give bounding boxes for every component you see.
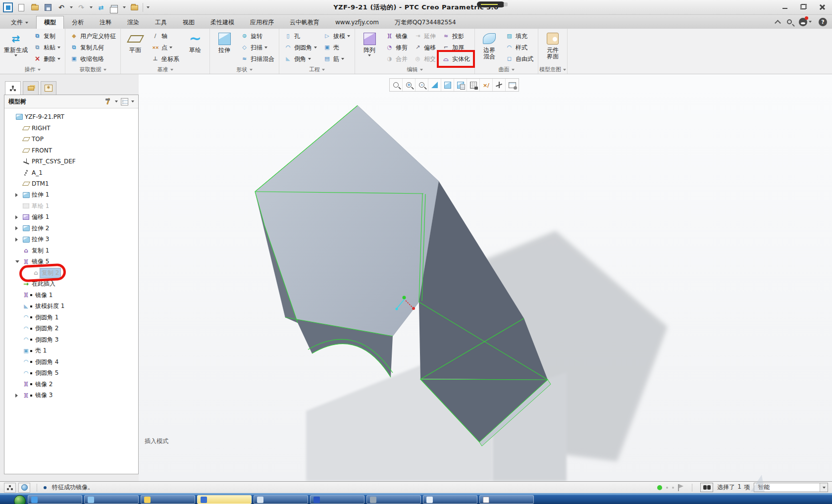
swept-blend-button[interactable]: 扫描混合 (239, 53, 276, 64)
group-label-get-data[interactable]: 获取数据 (65, 65, 120, 74)
tree-item-round3[interactable]: 倒圆角 3 (4, 334, 138, 346)
repaint-button[interactable] (428, 79, 441, 91)
sketch-button[interactable]: ~ 草绘 (183, 30, 208, 65)
solidify-button[interactable]: 实体化 (440, 53, 471, 64)
regenerate-button[interactable]: ⇄ 重新生成 (2, 30, 30, 65)
tree-item-front-plane[interactable]: FRONT (4, 145, 138, 156)
taskbar-app-button[interactable] (28, 495, 82, 504)
spin-center-button[interactable] (493, 79, 506, 91)
tree-item-mirror5[interactable]: 镜像 5 (4, 256, 138, 268)
point-button[interactable]: 点 (150, 42, 181, 53)
tab-view[interactable]: 视图 (175, 16, 203, 29)
tree-item-round1[interactable]: 倒圆角 1 (4, 312, 138, 323)
shaded-display-button[interactable] (441, 79, 454, 91)
start-button[interactable] (14, 495, 26, 504)
hole-button[interactable]: 孔 (282, 31, 318, 42)
tree-item-round2[interactable]: 倒圆角 2 (4, 323, 138, 335)
expand-arrow-icon[interactable] (15, 226, 18, 230)
revolve-button[interactable]: 旋转 (239, 31, 276, 42)
offset-button[interactable]: 偏移 (412, 42, 437, 53)
group-label-shapes[interactable]: 形状 (210, 65, 279, 74)
web-browser-toggle-button[interactable] (18, 483, 30, 493)
tree-item-offset1[interactable]: 偏移 1 (4, 212, 138, 223)
draft-button[interactable]: 拔模 (321, 31, 352, 42)
tree-settings-icon[interactable] (104, 98, 112, 105)
zoom-in-button[interactable]: + (403, 79, 416, 91)
zoom-region-button[interactable] (390, 79, 403, 91)
tree-item-extrude2[interactable]: 拉伸 2 (4, 223, 138, 234)
delete-button[interactable]: 删除 (32, 53, 62, 64)
saved-views-button[interactable] (467, 79, 480, 91)
model-3d-view[interactable] (139, 74, 832, 481)
tab-yunzhongfan[interactable]: 云中帆教育 (282, 16, 327, 29)
tab-annotate[interactable]: 注释 (92, 16, 119, 29)
taskbar-app-button[interactable] (423, 495, 477, 504)
zoom-out-button[interactable]: - (416, 79, 428, 91)
tab-favorites[interactable]: * (41, 81, 56, 95)
tree-item-extrude1[interactable]: 拉伸 1 (4, 190, 138, 201)
selection-filter-dropdown[interactable]: 智能 (754, 483, 828, 492)
project-button[interactable]: 投影 (440, 31, 471, 42)
tree-item-top-plane[interactable]: TOP (4, 134, 138, 145)
selection-filter-arrow[interactable] (820, 483, 828, 492)
shrinkwrap-button[interactable]: 收缩包络 (68, 53, 117, 64)
expand-arrow-icon[interactable] (15, 394, 18, 398)
boundary-blend-button[interactable]: 边界混合 (477, 30, 502, 65)
expand-arrow-icon[interactable] (15, 238, 18, 242)
plane-button[interactable]: 平面 (123, 30, 148, 65)
view-settings-button[interactable] (506, 79, 519, 91)
group-label-engineering[interactable]: 工程 (279, 65, 355, 74)
udf-button[interactable]: 用户定义特征 (68, 31, 117, 42)
group-label-operations[interactable]: 操作 (0, 65, 65, 74)
mirror-button[interactable]: 镜像 (384, 31, 409, 42)
model-tree-toggle-button[interactable] (4, 483, 16, 493)
account-dropdown-icon[interactable] (809, 21, 812, 23)
tab-website[interactable]: www.yzfjy.com (327, 16, 387, 29)
tab-folder-browser[interactable] (23, 81, 39, 95)
tab-analysis[interactable]: 分析 (64, 16, 92, 29)
tree-item-mirror1[interactable]: 镜像 1 (4, 290, 138, 301)
tab-render[interactable]: 渲染 (119, 16, 147, 29)
find-button[interactable] (700, 483, 713, 492)
expand-arrow-icon[interactable] (15, 193, 18, 197)
rib-button[interactable]: 筋 (321, 53, 352, 64)
tree-item-draft1[interactable]: 拔模斜度 1 (4, 301, 138, 312)
tab-tools[interactable]: 工具 (147, 16, 175, 29)
tree-item-round4[interactable]: 倒圆角 4 (4, 356, 138, 368)
help-icon[interactable]: ? (819, 18, 827, 26)
tree-item-part[interactable]: YZF-9-21.PRT (4, 111, 138, 123)
extrude-button[interactable]: 拉伸 (212, 30, 237, 65)
tree-item-right-plane[interactable]: RIGHT (4, 123, 138, 134)
taskbar-app-button[interactable] (254, 495, 308, 504)
group-label-editing[interactable]: 编辑 (355, 65, 474, 74)
tree-item-dtm1[interactable]: DTM1 (4, 178, 138, 190)
chevron-down-icon[interactable] (115, 101, 118, 102)
component-interface-button[interactable]: 元件界面 (540, 30, 565, 65)
tree-item-axis[interactable]: A_1 (4, 167, 138, 179)
tab-applications[interactable]: 应用程序 (242, 16, 282, 29)
account-avatar[interactable] (799, 18, 807, 26)
csys-button[interactable]: 坐标系 (150, 53, 181, 64)
tree-item-mirror3[interactable]: 镜像 3 (4, 390, 138, 402)
taskbar-app-button[interactable] (366, 495, 421, 504)
shell-button[interactable]: 壳 (321, 42, 352, 53)
search-icon[interactable] (787, 19, 792, 24)
tree-item-copy2-selected[interactable]: 复制 2 (4, 267, 138, 279)
collapse-arrow-icon[interactable] (15, 260, 19, 263)
tree-item-round5[interactable]: 倒圆角 5 (4, 368, 138, 379)
thicken-button[interactable]: 加厚 (440, 42, 471, 53)
paste-button[interactable]: 粘贴 (32, 42, 62, 53)
sweep-button[interactable]: 扫描 (239, 42, 276, 53)
fill-button[interactable]: 填充 (504, 31, 535, 42)
tree-item-copy1[interactable]: 复制 1 (4, 245, 138, 256)
tree-item-insert-here[interactable]: 在此插入 (4, 279, 138, 290)
round-button[interactable]: 倒圆角 (282, 42, 318, 53)
taskbar-app-button[interactable] (310, 495, 364, 504)
tab-model[interactable]: 模型 (36, 16, 64, 29)
tree-item-shell1[interactable]: 壳 1 (4, 346, 138, 357)
restore-button[interactable] (800, 4, 807, 9)
copy-geometry-button[interactable]: 复制几何 (68, 42, 117, 53)
collapse-ribbon-icon[interactable] (775, 20, 781, 26)
group-label-datum[interactable]: 基准 (121, 65, 209, 74)
taskbar-app-button[interactable] (141, 495, 195, 504)
